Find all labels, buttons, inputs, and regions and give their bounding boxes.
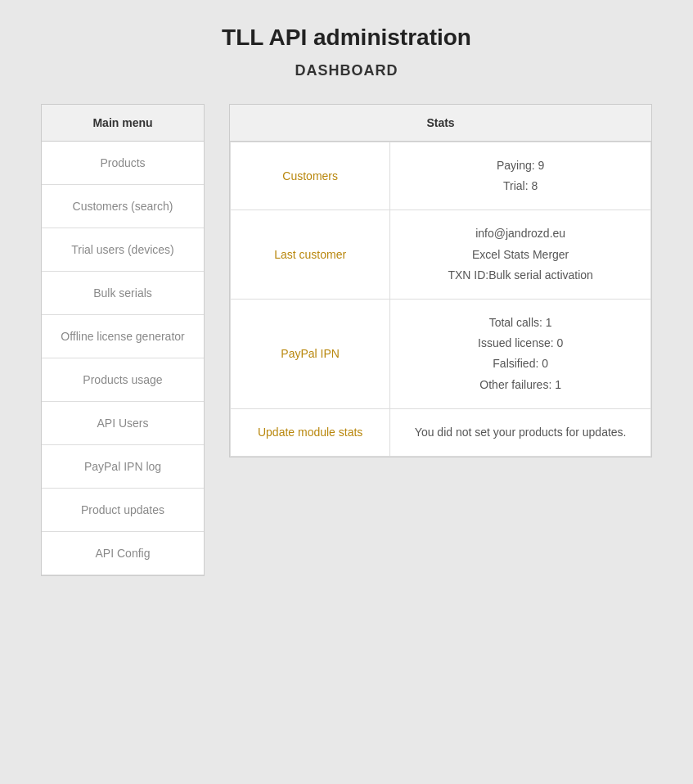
stats-header: Stats <box>230 105 651 142</box>
page-title: TLL API administration <box>0 25 693 51</box>
sidebar-item-api-users[interactable]: API Users <box>42 402 204 445</box>
sidebar-item-trial-users[interactable]: Trial users (devices) <box>42 228 204 272</box>
stats-panel: Stats CustomersPaying: 9Trial: 8Last cus… <box>229 104 652 457</box>
stats-row-0: CustomersPaying: 9Trial: 8 <box>231 142 651 210</box>
sidebar-item-offline-license[interactable]: Offline license generator <box>42 315 204 358</box>
sidebar-item-customers-search[interactable]: Customers (search) <box>42 185 204 228</box>
sidebar-item-product-updates[interactable]: Product updates <box>42 489 204 532</box>
stats-label-1[interactable]: Last customer <box>231 210 390 300</box>
sidebar-header: Main menu <box>42 105 204 142</box>
stats-label-3[interactable]: Update module stats <box>231 408 390 456</box>
sidebar: Main menu ProductsCustomers (search)Tria… <box>41 104 205 576</box>
stats-row-1: Last customerinfo@jandrozd.euExcel Stats… <box>231 210 651 300</box>
stats-row-2: PayPal IPNTotal calls: 1Issued license: … <box>231 299 651 408</box>
stats-label-2: PayPal IPN <box>231 299 390 408</box>
stats-row-3: Update module statsYou did not set your … <box>231 408 651 456</box>
stats-value-3: You did not set your products for update… <box>390 408 651 456</box>
sidebar-item-bulk-serials[interactable]: Bulk serials <box>42 272 204 315</box>
stats-value-1: info@jandrozd.euExcel Stats MergerTXN ID… <box>390 210 651 300</box>
sidebar-item-products-usage[interactable]: Products usage <box>42 358 204 402</box>
stats-label-0[interactable]: Customers <box>231 142 390 210</box>
sidebar-item-products[interactable]: Products <box>42 142 204 185</box>
sidebar-item-api-config[interactable]: API Config <box>42 532 204 575</box>
sidebar-item-paypal-ipn-log[interactable]: PayPal IPN log <box>42 445 204 489</box>
stats-table: CustomersPaying: 9Trial: 8Last customeri… <box>230 142 651 457</box>
page-subtitle: DASHBOARD <box>0 62 693 79</box>
stats-value-2: Total calls: 1Issued license: 0Falsified… <box>390 299 651 408</box>
stats-value-0: Paying: 9Trial: 8 <box>390 142 651 210</box>
